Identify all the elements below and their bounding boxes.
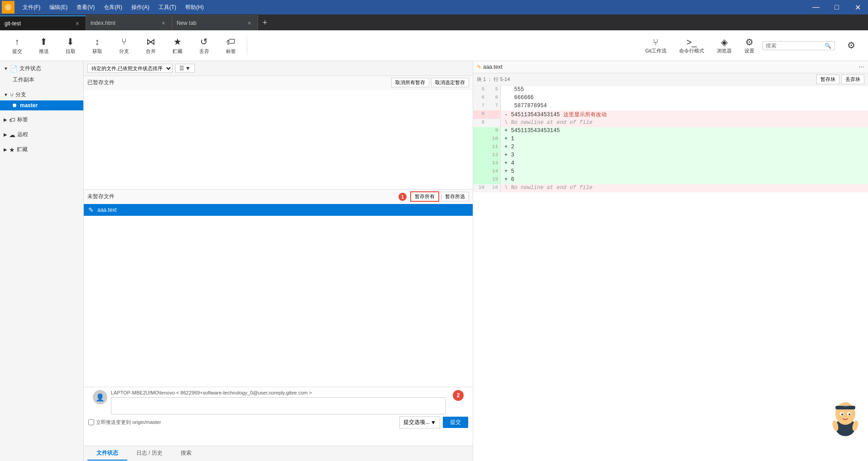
tag-icon: 🏷 <box>226 37 235 47</box>
diff-line-content: - 545113543453145 这里显示所有改动 <box>501 110 868 119</box>
sidebar-section-header-file-status[interactable]: ▼📄文件状态 <box>0 63 83 74</box>
close-button[interactable]: ✕ <box>847 0 868 14</box>
pull-icon: ⬇ <box>67 36 74 47</box>
search-box[interactable]: 🔍 <box>762 41 835 50</box>
diff-old-num <box>473 160 487 168</box>
menu-item[interactable]: 工具(T) <box>154 2 181 13</box>
menu-bar[interactable]: 文件(F)编辑(E)查看(V)仓库(R)操作(A)工具(T)帮助(H) <box>18 2 208 13</box>
diff-line-nums: 66 <box>473 94 501 102</box>
search-input[interactable] <box>766 43 825 49</box>
sidebar-section-label-file-status: 文件状态 <box>19 65 41 72</box>
push-immediately-input[interactable] <box>88 419 94 425</box>
settings-icon: ⚙ <box>745 37 753 48</box>
toolbar-btn-tag[interactable]: 🏷标签 <box>218 34 243 57</box>
stage-selected-button[interactable]: 暂存所选 <box>441 192 469 201</box>
menu-item[interactable]: 仓库(R) <box>99 2 127 13</box>
diff-line-nums: 13 <box>473 160 501 168</box>
sidebar-section-header-branches[interactable]: ▼⑂分支 <box>0 89 83 100</box>
files-filter-select[interactable]: 待定的文件,已依照文件状态排序 <box>87 64 173 73</box>
window-controls[interactable]: — □ ✕ <box>806 0 868 14</box>
commit-message-input[interactable] <box>111 397 446 414</box>
toolbar-btn-fetch[interactable]: ↕获取 <box>85 34 110 57</box>
toolbar-btn-discard[interactable]: ↺丢弃 <box>192 33 216 57</box>
diff-line-content: 5877878954 <box>501 102 868 110</box>
tab-close-button[interactable]: × <box>246 19 253 28</box>
menu-item[interactable]: 文件(F) <box>18 2 45 13</box>
dropdown-icon: ▼ <box>185 65 191 71</box>
tab-new-tab[interactable]: New tab× <box>172 15 258 30</box>
new-tab-button[interactable]: + <box>258 15 272 30</box>
menu-item[interactable]: 编辑(E) <box>45 2 72 13</box>
sidebar-section-header-stashes[interactable]: ▶★贮藏 <box>0 144 83 155</box>
diff-new-num: 13 <box>487 160 500 168</box>
menu-item[interactable]: 帮助(H) <box>181 2 208 13</box>
content-area: 待定的文件,已依照文件状态排序 ☰ ▼ 已暂存文件 取消所有暂存 取消选定暂存 <box>84 61 868 461</box>
bottom-tab-file-status[interactable]: 文件状态 <box>87 447 127 461</box>
commit-button[interactable]: 提交 <box>443 417 468 428</box>
settings-gear-button[interactable]: ⚙ <box>839 37 863 54</box>
diff-line-content: 666666 <box>501 94 868 102</box>
bottom-tab-log-history[interactable]: 日志 / 历史 <box>127 447 172 461</box>
toolbar-right-btn-terminal[interactable]: >_命令行模式 <box>675 34 709 57</box>
sidebar-section-tags: ▶🏷标签 <box>0 112 83 127</box>
toolbar-btn-push[interactable]: ⬆推送 <box>31 33 56 57</box>
tab-git-test[interactable]: git-test× <box>0 15 86 30</box>
expand-arrow-icon: ▶ <box>4 132 7 137</box>
maximize-button[interactable]: □ <box>826 0 847 14</box>
stage-all-button[interactable]: 暂存所有 <box>410 191 439 202</box>
commit-area: 👤 LAPTOP-MBE2UIMO\lenovo < 8622969+softw… <box>84 387 473 446</box>
toolbar-right-btn-settings[interactable]: ⚙设置 <box>740 34 759 57</box>
diff-line-12: 1016\ No newline at end of file <box>473 184 868 192</box>
stage-chunk-button[interactable]: 暂存块 <box>816 75 839 84</box>
sidebar-item-working-copy[interactable]: 工作副本 <box>0 74 83 86</box>
sidebar-section-remotes: ▶☁远程 <box>0 127 83 142</box>
sidebar-section-label-remotes: 远程 <box>17 131 28 138</box>
staged-files-list <box>84 90 473 189</box>
minimize-button[interactable]: — <box>806 0 826 14</box>
toolbar-right-btn-git-flow[interactable]: ⑂Git工作流 <box>641 34 671 57</box>
toolbar-btn-branch[interactable]: ⑂分支 <box>111 34 136 57</box>
discard-chunk-button[interactable]: 丢弃块 <box>841 75 864 84</box>
push-immediately-checkbox[interactable]: 立即推送变更到 origin/master <box>88 419 161 426</box>
menu-item[interactable]: 操作(A) <box>127 2 154 13</box>
sidebar-item-master[interactable]: master <box>0 100 83 110</box>
diff-new-num: 10 <box>487 135 500 143</box>
diff-line-2: 77 5877878954 <box>473 102 868 110</box>
toolbar-btn-merge[interactable]: ⋈合并 <box>138 33 163 57</box>
toolbar-btn-pull[interactable]: ⬇拉取 <box>58 33 83 57</box>
sidebar-section-header-tags[interactable]: ▶🏷标签 <box>0 114 83 125</box>
toolbar-btn-commit[interactable]: ↑提交 <box>5 34 29 57</box>
diff-line-nums: 8 <box>473 119 501 127</box>
filter-view-button[interactable]: ☰ ▼ <box>175 64 195 73</box>
diff-new-num <box>487 119 500 127</box>
bottom-tab-search[interactable]: 搜索 <box>172 447 201 461</box>
unstage-selected-button[interactable]: 取消选定暂存 <box>431 78 469 87</box>
terminal-icon: >_ <box>686 37 697 48</box>
sidebar-section-label-branches: 分支 <box>15 91 26 99</box>
diff-line-nums: 10 <box>473 135 501 143</box>
toolbar-right-btn-browser[interactable]: ◈浏览器 <box>712 34 736 57</box>
unstage-all-button[interactable]: 取消所有暂存 <box>391 78 429 87</box>
menu-item[interactable]: 查看(V) <box>72 2 99 13</box>
file-row-aaa-text[interactable]: ✎ aaa.text <box>84 204 473 216</box>
diff-more-button[interactable]: ··· <box>858 63 864 71</box>
sidebar-section-header-remotes[interactable]: ▶☁远程 <box>0 129 83 140</box>
sidebar-item-label-master: master <box>20 102 38 109</box>
discard-label: 丢弃 <box>199 48 209 55</box>
diff-new-num: 6 <box>487 94 500 102</box>
commit-options-button[interactable]: 提交选项... ▼ <box>399 416 440 428</box>
diff-old-num <box>473 143 487 152</box>
toolbar-btn-stash[interactable]: ★贮藏 <box>165 33 190 57</box>
push-label: 推送 <box>39 48 49 55</box>
tab-close-button[interactable]: × <box>74 19 81 28</box>
stash-icon: ★ <box>173 36 182 47</box>
diff-line-3: 8- 545113543453145 这里显示所有改动 <box>473 110 868 119</box>
sidebar: ▼📄文件状态工作副本▼⑂分支master▶🏷标签▶☁远程▶★贮藏 <box>0 61 84 461</box>
tab-index.html[interactable]: index.html× <box>86 15 172 30</box>
diff-line-5: 9+ 545113543453145 <box>473 127 868 135</box>
sidebar-section-file-status: ▼📄文件状态工作副本 <box>0 61 83 87</box>
commit-label: 提交 <box>12 48 22 55</box>
git-flow-label: Git工作流 <box>645 48 667 54</box>
tab-close-button[interactable]: × <box>160 19 167 28</box>
diff-actions: 暂存块 丢弃块 <box>816 75 864 84</box>
